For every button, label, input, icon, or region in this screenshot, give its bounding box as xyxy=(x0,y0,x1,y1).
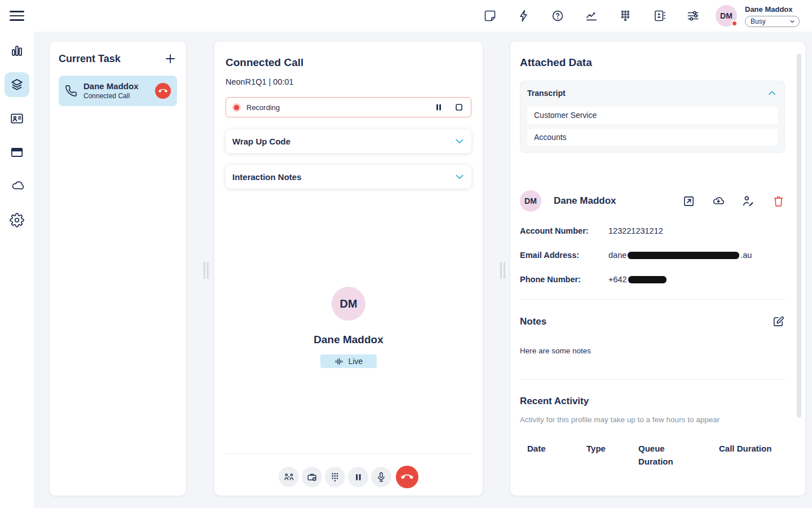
open-external-icon xyxy=(682,195,695,208)
add-task-button[interactable] xyxy=(164,52,177,65)
edit-notes-button[interactable] xyxy=(772,315,785,328)
panel-resize-handle[interactable] xyxy=(500,262,505,279)
stop-recording-button[interactable] xyxy=(451,99,467,116)
attached-data-title: Attached Data xyxy=(520,56,785,69)
recent-activity-title: Recent Activity xyxy=(520,396,785,407)
scrollbar-thumb[interactable] xyxy=(797,54,801,418)
account-number-label: Account Number: xyxy=(520,226,608,235)
edit-pencil-icon xyxy=(772,315,785,328)
sidebar-item-metrics[interactable] xyxy=(5,38,29,63)
hamburger-menu-icon[interactable] xyxy=(10,11,24,21)
notes-title: Notes xyxy=(520,316,546,327)
cloud-icon xyxy=(10,179,24,194)
busy-status-dot xyxy=(731,20,738,27)
conference-icon xyxy=(283,471,295,483)
phone-number-value: +642 xyxy=(608,275,667,284)
end-call-icon xyxy=(401,471,413,483)
task-contact-name: Dane Maddox xyxy=(83,81,139,92)
contact-avatar: DM xyxy=(520,190,541,212)
dialpad-icon[interactable] xyxy=(619,9,632,23)
microphone-icon xyxy=(376,471,387,483)
delete-contact-button[interactable] xyxy=(771,194,785,208)
phone-icon xyxy=(65,85,77,97)
current-task-title: Current Task xyxy=(59,53,121,65)
monitor-chart-icon[interactable] xyxy=(585,9,598,23)
end-call-button[interactable] xyxy=(396,466,418,488)
transcript-item[interactable]: Accounts xyxy=(527,129,778,146)
contact-avatar-initials: DM xyxy=(524,196,537,205)
camera-off-button[interactable] xyxy=(302,467,322,487)
settings-gear-icon xyxy=(10,213,24,227)
layers-icon xyxy=(10,77,24,92)
person-edit-icon xyxy=(742,194,755,208)
topbar-icon-group xyxy=(483,9,700,23)
cloud-download-icon xyxy=(712,194,725,208)
camera-off-icon xyxy=(306,471,318,483)
transcript-section: Transcript Customer Service Accounts xyxy=(520,81,785,153)
attached-data-panel: Attached Data Transcript Customer Servic… xyxy=(510,42,805,496)
lightning-icon[interactable] xyxy=(517,9,531,23)
recent-activity-header-row: Date Type Queue Duration Call Duration xyxy=(520,442,785,468)
help-icon[interactable] xyxy=(551,9,564,23)
open-external-button[interactable] xyxy=(682,194,695,208)
scrollbar-track xyxy=(797,42,801,496)
mute-button[interactable] xyxy=(371,467,391,487)
left-nav-rail xyxy=(0,32,34,508)
recording-dot xyxy=(234,105,239,110)
recent-activity-subtitle: Activity for this profile may take up to… xyxy=(520,415,785,424)
notes-content: Here are some notes xyxy=(520,347,785,355)
wrap-up-code-dropdown[interactable]: Wrap Up Code xyxy=(226,129,471,153)
status-select[interactable]: Busy xyxy=(745,16,800,27)
dialpad-icon xyxy=(329,471,341,483)
trash-icon xyxy=(772,195,785,208)
transcript-header[interactable]: Transcript xyxy=(527,85,778,102)
column-header-call-duration: Call Duration xyxy=(712,442,774,468)
contacts-icon[interactable] xyxy=(652,9,666,23)
interaction-notes-dropdown[interactable]: Interaction Notes xyxy=(226,165,471,189)
panel-resize-handle[interactable] xyxy=(204,262,209,279)
note-icon[interactable] xyxy=(483,9,497,23)
call-queue-and-timer: NeonR1Q1 | 00:01 xyxy=(226,77,471,86)
transcript-title: Transcript xyxy=(527,89,566,98)
sliders-icon[interactable] xyxy=(686,9,700,23)
stop-icon xyxy=(453,102,465,113)
pause-recording-button[interactable] xyxy=(430,99,447,116)
sidebar-item-windows[interactable] xyxy=(5,140,29,165)
sidebar-item-settings[interactable] xyxy=(5,208,29,233)
sidebar-item-tasks[interactable] xyxy=(5,72,29,97)
email-address-row: Email Address: dane.au xyxy=(520,251,785,260)
account-number-value: 123221231212 xyxy=(608,226,663,235)
call-contact-avatar: DM xyxy=(332,287,365,321)
topbar-user-area: DM Dane Maddox Busy xyxy=(716,5,800,27)
pause-icon xyxy=(433,102,444,113)
dialpad-button[interactable] xyxy=(325,467,345,487)
hold-button[interactable] xyxy=(348,467,368,487)
call-contact-name: Dane Maddox xyxy=(214,334,483,346)
phone-number-row: Phone Number: +642 xyxy=(520,275,785,284)
interaction-notes-label: Interaction Notes xyxy=(232,172,302,182)
redaction-bar xyxy=(628,276,667,283)
phone-number-label: Phone Number: xyxy=(520,275,608,284)
conference-button[interactable] xyxy=(279,467,299,487)
task-card-connected-call[interactable]: Dane Maddox Connected Call xyxy=(59,76,177,106)
live-badge: Live xyxy=(320,354,377,368)
transcript-item[interactable]: Customer Service xyxy=(527,107,778,124)
sidebar-item-directory[interactable] xyxy=(5,106,29,131)
download-contact-button[interactable] xyxy=(712,194,725,208)
end-call-icon xyxy=(158,86,167,95)
user-avatar[interactable]: DM xyxy=(716,5,737,27)
connected-call-panel: Connected Call NeonR1Q1 | 00:01 Recordin… xyxy=(214,42,483,496)
user-name: Dane Maddox xyxy=(745,5,800,14)
call-contact-block: DM Dane Maddox Live xyxy=(214,287,483,368)
contact-profile-row: DM Dane Maddox xyxy=(520,190,785,212)
end-call-chip-button[interactable] xyxy=(155,83,171,99)
contact-profile-name: Dane Maddox xyxy=(554,195,616,207)
controls-divider xyxy=(226,453,471,454)
bar-chart-icon xyxy=(10,43,24,58)
sidebar-item-cloud[interactable] xyxy=(5,174,29,199)
chevron-down-icon xyxy=(453,135,466,147)
agent-workspace: DM Dane Maddox Busy xyxy=(0,0,812,508)
edit-contact-button[interactable] xyxy=(742,194,755,208)
hold-pause-icon xyxy=(353,472,364,483)
recording-bar: Recording xyxy=(226,97,471,117)
